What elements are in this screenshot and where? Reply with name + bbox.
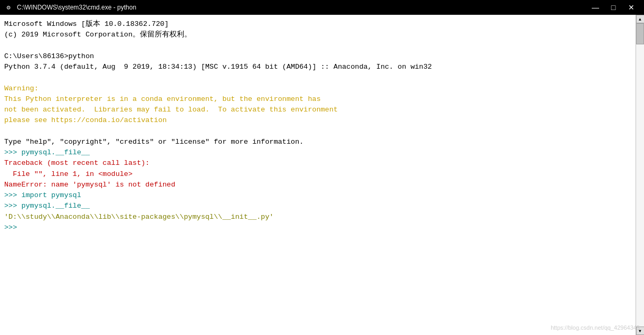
close-button[interactable]: ✕ [623,2,640,13]
maximize-button[interactable]: □ [605,2,622,13]
scroll-track[interactable] [636,23,644,327]
title-bar-left: ⚙ C:\WINDOWS\system32\cmd.exe - python [4,3,136,12]
title-bar-controls: — □ ✕ [587,2,640,13]
console-output[interactable]: Microsoft Windows [版本 10.0.18362.720] (c… [0,15,636,335]
prompt-3: >>> [4,224,21,231]
watermark: https://blog.csdn.net/qq_42964345 [551,324,640,331]
warning-block: Warning: This Python interpreter is in a… [4,85,338,125]
path-output: 'D:\\study\\Anaconda\\lib\\site-packages… [4,213,273,221]
line-1: Microsoft Windows [版本 10.0.18362.720] (c… [4,20,432,71]
line-blank: Type "help", "copyright", "credits" or "… [4,138,304,146]
traceback-block: Traceback (most recent call last): File … [4,159,175,189]
prompt-2: >>> import pymysql >>> pymysql.__file__ [4,191,90,210]
title-bar-title: C:\WINDOWS\system32\cmd.exe - python [17,4,136,11]
scroll-up-arrow[interactable]: ▲ [636,15,645,23]
console-wrapper: Microsoft Windows [版本 10.0.18362.720] (c… [0,15,644,335]
scrollbar[interactable]: ▲ ▼ [636,15,644,335]
title-bar: ⚙ C:\WINDOWS\system32\cmd.exe - python —… [0,0,644,15]
scroll-thumb[interactable] [636,23,644,44]
minimize-button[interactable]: — [587,2,604,13]
cmd-icon: ⚙ [4,3,13,12]
prompt-1: >>> pymysql.__file__ [4,148,90,156]
